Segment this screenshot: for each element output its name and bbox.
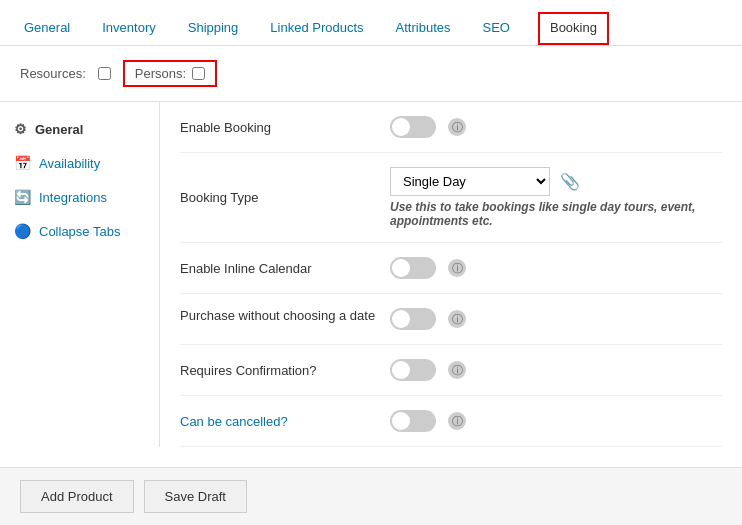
persons-checkbox[interactable] — [192, 67, 205, 80]
requires-confirmation-label: Requires Confirmation? — [180, 363, 380, 378]
refresh-icon: 🔄 — [14, 189, 31, 205]
calendar-icon: 📅 — [14, 155, 31, 171]
enable-booking-toggle[interactable] — [390, 116, 436, 138]
paperclip-icon: 📎 — [560, 172, 580, 191]
persons-label: Persons: — [135, 66, 186, 81]
can-be-cancelled-toggle[interactable] — [390, 410, 436, 432]
add-product-button[interactable]: Add Product — [20, 480, 134, 513]
enable-inline-calendar-row: Enable Inline Calendar ⓘ — [180, 243, 722, 294]
tab-linked-products[interactable]: Linked Products — [266, 12, 367, 45]
persons-box: Persons: — [123, 60, 217, 87]
requires-confirmation-row: Requires Confirmation? ⓘ — [180, 345, 722, 396]
booking-type-hint: Use this to take bookings like single da… — [390, 200, 722, 228]
booking-type-select[interactable]: Single Day Multiple Days Time Slot — [390, 167, 550, 196]
sidebar-item-integrations[interactable]: 🔄 Integrations — [0, 180, 159, 214]
resources-label: Resources: — [20, 66, 86, 81]
sidebar-item-collapse-tabs[interactable]: 🔵 Collapse Tabs — [0, 214, 159, 248]
purchase-without-date-row: Purchase without choosing a date ⓘ — [180, 294, 722, 345]
purchase-without-date-info-icon[interactable]: ⓘ — [448, 310, 466, 328]
purchase-without-date-controls: ⓘ — [390, 308, 722, 330]
toggle-track-confirm — [390, 359, 436, 381]
content-panel: Enable Booking ⓘ Booking Type Single Day… — [160, 102, 742, 447]
inline-calendar-controls: ⓘ — [390, 257, 722, 279]
tab-seo[interactable]: SEO — [479, 12, 514, 45]
enable-booking-row: Enable Booking ⓘ — [180, 102, 722, 153]
inline-calendar-info-icon[interactable]: ⓘ — [448, 259, 466, 277]
tab-attributes[interactable]: Attributes — [392, 12, 455, 45]
tab-inventory[interactable]: Inventory — [98, 12, 159, 45]
can-be-cancelled-controls: ⓘ — [390, 410, 722, 432]
enable-booking-info-icon[interactable]: ⓘ — [448, 118, 466, 136]
enable-booking-label: Enable Booking — [180, 120, 380, 135]
can-be-cancelled-label: Can be cancelled? — [180, 414, 380, 429]
main-area: ⚙ General 📅 Availability 🔄 Integrations … — [0, 101, 742, 447]
requires-confirmation-controls: ⓘ — [390, 359, 722, 381]
sidebar-item-availability[interactable]: 📅 Availability — [0, 146, 159, 180]
sidebar-label-general: General — [35, 122, 83, 137]
toggle-track-inline — [390, 257, 436, 279]
top-nav: General Inventory Shipping Linked Produc… — [0, 0, 742, 46]
booking-type-label: Booking Type — [180, 190, 380, 205]
can-be-cancelled-link[interactable]: Can be cancelled? — [180, 414, 288, 429]
toggle-track — [390, 116, 436, 138]
enable-inline-calendar-label: Enable Inline Calendar — [180, 261, 380, 276]
purchase-without-date-label: Purchase without choosing a date — [180, 308, 380, 323]
inline-calendar-toggle[interactable] — [390, 257, 436, 279]
booking-type-select-row: Single Day Multiple Days Time Slot 📎 — [390, 167, 580, 196]
save-draft-button[interactable]: Save Draft — [144, 480, 247, 513]
enable-booking-controls: ⓘ — [390, 116, 722, 138]
booking-type-row: Booking Type Single Day Multiple Days Ti… — [180, 153, 722, 243]
circle-icon: 🔵 — [14, 223, 31, 239]
sidebar-label-integrations: Integrations — [39, 190, 107, 205]
can-be-cancelled-info-icon[interactable]: ⓘ — [448, 412, 466, 430]
booking-type-inner: Single Day Multiple Days Time Slot 📎 Use… — [390, 167, 722, 228]
toggle-track-purchase — [390, 308, 436, 330]
resources-row: Resources: Persons: — [0, 46, 742, 101]
purchase-without-date-toggle[interactable] — [390, 308, 436, 330]
requires-confirmation-info-icon[interactable]: ⓘ — [448, 361, 466, 379]
booking-type-controls: Single Day Multiple Days Time Slot 📎 Use… — [390, 167, 722, 228]
sidebar-label-collapse: Collapse Tabs — [39, 224, 120, 239]
resources-checkbox[interactable] — [98, 67, 111, 80]
sidebar-item-general[interactable]: ⚙ General — [0, 112, 159, 146]
toggle-track-cancel — [390, 410, 436, 432]
sidebar: ⚙ General 📅 Availability 🔄 Integrations … — [0, 102, 160, 447]
gear-icon: ⚙ — [14, 121, 27, 137]
tab-booking[interactable]: Booking — [538, 12, 609, 45]
bottom-bar: Add Product Save Draft — [0, 467, 742, 525]
requires-confirmation-toggle[interactable] — [390, 359, 436, 381]
tab-general[interactable]: General — [20, 12, 74, 45]
tab-shipping[interactable]: Shipping — [184, 12, 243, 45]
sidebar-label-availability: Availability — [39, 156, 100, 171]
can-be-cancelled-row: Can be cancelled? ⓘ — [180, 396, 722, 447]
